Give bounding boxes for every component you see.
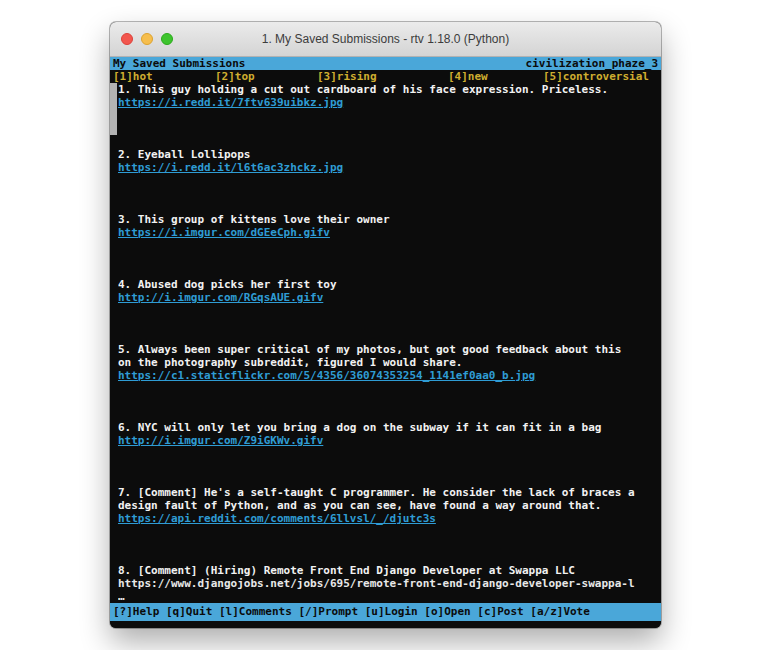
terminal: My Saved Submissions civilization_phaze_… bbox=[110, 57, 661, 628]
window-title: 1. My Saved Submissions - rtv 1.18.0 (Py… bbox=[262, 32, 509, 46]
tab-rising[interactable]: [3]rising bbox=[317, 70, 377, 83]
submission-title: 6. NYC will only let you bring a dog on … bbox=[118, 421, 661, 434]
sort-tabs: [1]hot[2]top[3]rising[4]new[5]controvers… bbox=[110, 70, 661, 83]
submission-stats: 5455 pts • 8hr - 120 comments [saved] bbox=[118, 239, 661, 252]
submission-title: 2. Eyeball Lollipops bbox=[118, 148, 661, 161]
footer-cmd[interactable]: [c]Post bbox=[477, 605, 523, 618]
tab-hot[interactable]: [1]hot bbox=[113, 70, 153, 83]
submission-url[interactable]: http://i.imgur.com/Z9iGKWv.gifv bbox=[118, 434, 661, 447]
submission-title: 8. [Comment] (Hiring) Remote Front End D… bbox=[118, 564, 661, 577]
window-zoom-button[interactable] bbox=[161, 33, 173, 45]
submission-url[interactable]: https://api.reddit.com/comments/6llvsl/_… bbox=[118, 512, 661, 525]
tab-new[interactable]: [4]new bbox=[448, 70, 488, 83]
footer-cmd[interactable]: [o]Open bbox=[424, 605, 470, 618]
selection-cursor bbox=[110, 83, 117, 135]
submission-url[interactable]: https://i.imgur.com/dGEeCph.gifv bbox=[118, 226, 661, 239]
submission-byline: Fizrock /r/aww bbox=[118, 460, 661, 473]
submission-title: 7. [Comment] He's a self-taught C progra… bbox=[118, 486, 661, 512]
submission[interactable]: 4. Abused dog picks her first toy http:/… bbox=[118, 278, 661, 330]
submission-url[interactable]: https://www.djangojobs.net/jobs/695/remo… bbox=[118, 577, 661, 603]
footer-cmd[interactable]: [/]Prompt bbox=[298, 605, 358, 618]
footer-cmd[interactable]: [?]Help bbox=[113, 605, 159, 618]
footer-cmd[interactable]: [l]Comments bbox=[219, 605, 292, 618]
submission-url[interactable]: http://i.imgur.com/RGqsAUE.gifv bbox=[118, 291, 661, 304]
submission-byline: burner_262955eb /r/Python bbox=[118, 538, 661, 551]
submission-url[interactable]: https://c1.staticflickr.com/5/4356/36074… bbox=[118, 369, 661, 382]
account-name: civilization_phaze_3 bbox=[526, 57, 658, 70]
submission-stats: 17689 pts • 20hr - 580 comments [saved] bbox=[118, 382, 661, 395]
window-titlebar: 1. My Saved Submissions - rtv 1.18.0 (Py… bbox=[110, 22, 661, 57]
footer-cmd[interactable]: [u]Login bbox=[365, 605, 418, 618]
submission[interactable]: 1. This guy holding a cut out cardboard … bbox=[118, 83, 661, 135]
submission-byline: AlphaCodeNumerial /r/pics bbox=[118, 122, 661, 135]
submission-stats: 26478 pts • 6hr - 766 comments [saved] bbox=[118, 304, 661, 317]
submission-title: 5. Always been super critical of my phot… bbox=[118, 343, 661, 369]
footer-bar: [?]Help [q]Quit [l]Comments [/]Prompt [u… bbox=[110, 603, 661, 621]
traffic-lights bbox=[121, 22, 173, 56]
submission-byline: Nexxus88 /r/pics bbox=[118, 395, 661, 408]
submission-title: 1. This guy holding a cut out cardboard … bbox=[118, 83, 661, 96]
page-title: My Saved Submissions bbox=[113, 57, 245, 70]
submission-url[interactable]: https://i.redd.it/7ftv639uibkz.jpg bbox=[118, 96, 661, 109]
window-minimize-button[interactable] bbox=[141, 33, 153, 45]
submission-stats: 27 pts • 2month [saved] bbox=[118, 525, 661, 538]
footer-cmd[interactable]: [q]Quit bbox=[166, 605, 212, 618]
submission-stats: 110245 pts ▲ 2month - 1576 comments [sav… bbox=[118, 447, 661, 460]
submission[interactable]: 2. Eyeball Lollipops https://i.redd.it/l… bbox=[118, 148, 661, 200]
submission[interactable]: 6. NYC will only let you bring a dog on … bbox=[118, 421, 661, 473]
submission[interactable]: 8. [Comment] (Hiring) Remote Front End D… bbox=[118, 564, 661, 603]
submission[interactable]: 7. [Comment] He's a self-taught C progra… bbox=[118, 486, 661, 551]
app-window: 1. My Saved Submissions - rtv 1.18.0 (Py… bbox=[110, 22, 661, 628]
header-bar: My Saved Submissions civilization_phaze_… bbox=[110, 57, 661, 70]
window-close-button[interactable] bbox=[121, 33, 133, 45]
submission-title: 4. Abused dog picks her first toy bbox=[118, 278, 661, 291]
submission-url[interactable]: https://i.redd.it/l6t6ac3zhckz.jpg bbox=[118, 161, 661, 174]
submission-title: 3. This group of kittens love their owne… bbox=[118, 213, 661, 226]
submission[interactable]: 5. Always been super critical of my phot… bbox=[118, 343, 661, 408]
submission-stats: - pts • 1hr - 19 comments [saved] bbox=[118, 174, 661, 187]
submission-byline: JF_112 /r/gifs bbox=[118, 317, 661, 330]
submission[interactable]: 3. This group of kittens love their owne… bbox=[118, 213, 661, 265]
footer-cmd[interactable]: [a/z]Vote bbox=[530, 605, 590, 618]
tab-top[interactable]: [2]top bbox=[215, 70, 255, 83]
submission-byline: dittidot /r/pics bbox=[118, 187, 661, 200]
submission-byline: JF_112 /r/gifs bbox=[118, 252, 661, 265]
submission-stats: 141 pts • 5hr - 21 comments [saved] bbox=[118, 109, 661, 122]
tab-controversial[interactable]: [5]controversial bbox=[543, 70, 649, 83]
submission-list: 1. This guy holding a cut out cardboard … bbox=[110, 83, 661, 603]
